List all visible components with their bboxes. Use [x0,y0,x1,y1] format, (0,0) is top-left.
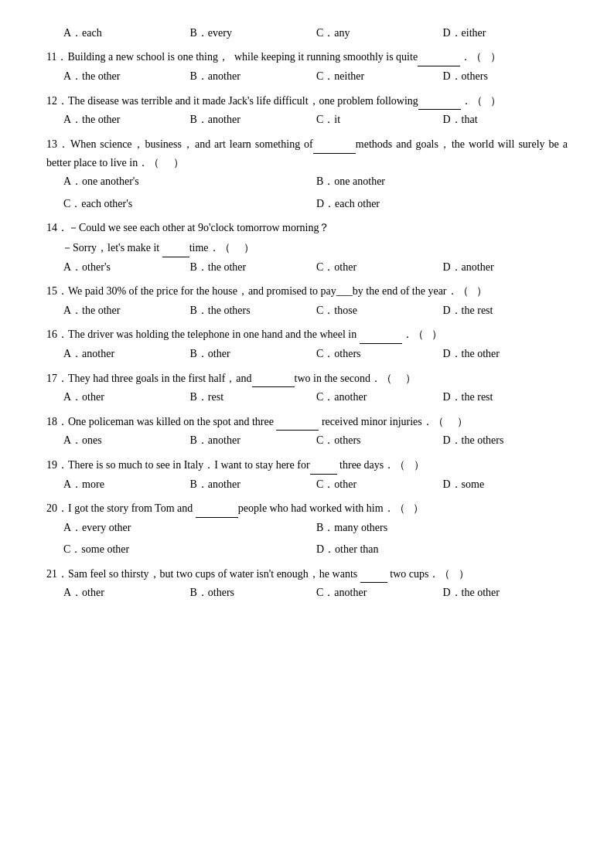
question-15-text: 15．We paid 30% of the price for the hous… [46,282,568,301]
question-21-options: A．other B．others C．another D．the other [62,584,568,601]
q20-option-a: A．every other [62,519,315,536]
blank-11 [418,56,460,66]
q15-option-d: D．the rest [442,302,568,319]
q12-option-c: C．it [315,111,442,128]
question-12-text: 12．The disease was terrible and it made … [46,92,568,111]
q12-option-a: A．the other [62,111,189,128]
blank-12 [418,99,461,110]
question-16-options: A．another B．other C．others D．the other [62,345,568,363]
question-14-text-2: －Sorry，let's make it time．（ ） [62,239,568,257]
question-19: 19．There is so much to see in Italy．I wa… [46,456,568,493]
blank-13 [313,143,356,154]
question-15: 15．We paid 30% of the price for the hous… [46,282,568,319]
q13-option-d: D．each other [315,196,568,213]
question-14-options: A．other's B．the other C．other D．another [62,259,568,276]
option-d: D．either [442,25,568,42]
q20-option-c: C．some other [62,541,315,558]
q17-option-d: D．the rest [442,389,568,406]
question-18: 18．One policeman was killed on the spot … [46,413,568,450]
question-14: 14．－Could we see each other at 9o'clock … [46,219,568,276]
question-13: 13．When science，business，and art learn s… [46,135,568,213]
q16-option-a: A．another [62,345,189,363]
question-13-options-2: C．each other's D．each other [62,196,568,213]
question-20-options-2: C．some other D．other than [62,541,568,558]
q21-option-a: A．other [62,584,189,601]
question-11-text: 11．Building a new school is one thing， w… [46,48,568,66]
q19-option-d: D．some [442,476,568,493]
q13-option-c: C．each other's [62,196,315,213]
question-17-text: 17．They had three goals in the first hal… [46,369,568,388]
option-c: C．any [315,25,442,42]
q14-option-c: C．other [315,259,442,276]
q16-option-d: D．the other [442,345,568,363]
q19-option-a: A．more [62,476,189,493]
q17-option-a: A．other [62,389,189,406]
question-12: 12．The disease was terrible and it made … [46,92,568,129]
question-19-options: A．more B．another C．other D．some [62,476,568,493]
q13-option-b: B．one another [315,173,568,190]
question-20-text: 20．I got the story from Tom and people w… [46,499,568,518]
q11-option-d: D．others [442,68,568,85]
q21-option-d: D．the other [442,584,568,601]
blank-17 [252,376,295,387]
question-14-text-1: 14．－Could we see each other at 9o'clock … [46,219,568,237]
q15-option-b: B．the others [189,302,316,319]
q18-option-c: C．others [315,432,442,449]
question-15-options: A．the other B．the others C．those D．the r… [62,302,568,319]
question-18-options: A．ones B．another C．others D．the others [62,432,568,449]
option-b: B．every [189,25,316,42]
question-19-text: 19．There is so much to see in Italy．I wa… [46,456,568,475]
q15-option-c: C．those [315,302,442,319]
q11-option-c: C．neither [315,68,442,85]
question-16-text: 16．The driver was holding the telephone … [46,325,568,344]
question-13-text: 13．When science，business，and art learn s… [46,135,568,172]
blank-18 [276,420,319,431]
blank-20 [196,507,238,518]
q21-option-b: B．others [189,584,316,601]
q18-option-d: D．the others [442,432,568,449]
q13-option-a: A．one another's [62,173,315,190]
q14-option-b: B．the other [189,259,316,276]
question-13-options: A．one another's B．one another [62,173,568,190]
q11-option-b: B．another [189,68,316,85]
question-20-options: A．every other B．many others [62,519,568,536]
question-21: 21．Sam feel so thirsty，but two cups of w… [46,565,568,602]
q19-option-c: C．other [315,476,442,493]
q14-option-a: A．other's [62,259,189,276]
top-options-row: A．each B．every C．any D．either [62,25,568,42]
q14-option-d: D．another [442,259,568,276]
question-16: 16．The driver was holding the telephone … [46,325,568,363]
q19-option-b: B．another [189,476,316,493]
blank-16 [360,333,402,344]
q21-option-c: C．another [315,584,442,601]
q17-option-b: B．rest [189,389,316,406]
q17-option-c: C．another [315,389,442,406]
q20-option-b: B．many others [315,519,568,536]
blank-19 [310,464,337,475]
question-11: 11．Building a new school is one thing， w… [46,48,568,85]
q20-option-d: D．other than [315,541,568,558]
blank-14 [162,247,189,257]
q12-option-b: B．another [189,111,316,128]
question-11-options: A．the other B．another C．neither D．others [62,68,568,85]
q12-option-d: D．that [442,111,568,128]
q16-option-b: B．other [189,345,316,363]
question-17: 17．They had three goals in the first hal… [46,369,568,407]
q15-option-a: A．the other [62,302,189,319]
top-options: A．each B．every C．any D．either [46,25,568,42]
question-17-options: A．other B．rest C．another D．the rest [62,389,568,406]
q16-option-c: C．others [315,345,442,363]
blank-21 [360,572,387,583]
q18-option-b: B．another [189,432,316,449]
question-21-text: 21．Sam feel so thirsty，but two cups of w… [46,565,568,584]
option-a: A．each [62,25,189,42]
question-12-options: A．the other B．another C．it D．that [62,111,568,128]
question-18-text: 18．One policeman was killed on the spot … [46,413,568,431]
q18-option-a: A．ones [62,432,189,449]
q11-option-a: A．the other [62,68,189,85]
question-20: 20．I got the story from Tom and people w… [46,499,568,559]
